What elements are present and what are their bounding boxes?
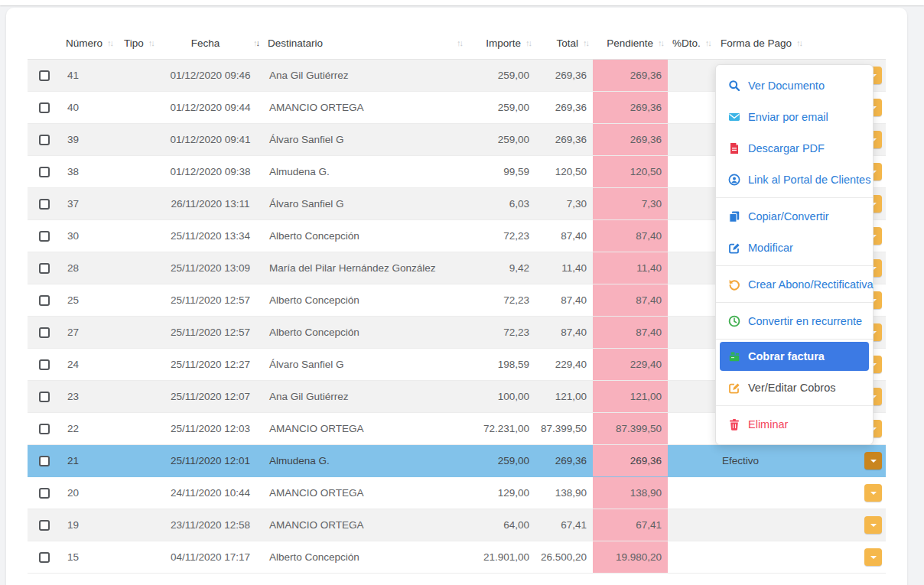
cell-destinatario: Alberto Concepción — [263, 220, 467, 252]
cell-total: 11,40 — [535, 252, 593, 284]
row-checkbox[interactable] — [39, 520, 50, 531]
menu-item-descargar-pdf[interactable]: Descargar PDF — [716, 132, 873, 164]
header-tipo[interactable]: Tipo↑↓ — [119, 28, 158, 59]
cell-tipo — [119, 92, 158, 123]
row-checkbox[interactable] — [39, 70, 50, 81]
column-label: %Dto. — [672, 37, 701, 49]
cell-select — [28, 317, 61, 348]
cell-pendiente: 87,40 — [593, 220, 668, 252]
menu-item-enviar-por-email[interactable]: Enviar por email — [716, 101, 873, 132]
row-checkbox[interactable] — [39, 231, 50, 242]
cell-dto — [668, 156, 716, 187]
cell-pendiente: 138,90 — [593, 477, 668, 509]
cell-destinatario: Álvaro Sanfiel G — [263, 188, 467, 219]
cell-pendiente: 67,41 — [593, 509, 668, 541]
row-actions-dropdown-button[interactable] — [864, 548, 882, 566]
sort-icon[interactable]: ↑↓ — [525, 39, 531, 47]
sort-icon[interactable]: ↑↓ — [253, 39, 259, 47]
cell-importe: 72.231,00 — [467, 413, 535, 444]
cell-select — [28, 381, 61, 412]
table-row[interactable]: 2125/11/2020 12:01Almudena G.259,00269,3… — [28, 445, 886, 477]
header-forma_pago[interactable]: Forma de Pago↑↓ — [716, 28, 855, 59]
sort-icon[interactable]: ↑↓ — [457, 39, 462, 47]
cell-fecha: 04/11/2020 17:17 — [158, 541, 263, 573]
cell-destinatario: Alberto Concepción — [263, 541, 467, 573]
menu-item-copiar-convertir[interactable]: Copiar/Convertir — [716, 200, 873, 232]
column-label: Importe — [486, 37, 521, 49]
table-header: Número↑↓Tipo↑↓Fecha↑↓Destinatario↑↓Impor… — [28, 28, 886, 60]
row-actions-dropdown-button[interactable] — [864, 452, 882, 470]
cell-fecha: 25/11/2020 12:57 — [158, 284, 263, 316]
cell-dto — [668, 317, 716, 348]
cell-actions — [855, 445, 886, 476]
cell-numero: 21 — [61, 445, 119, 476]
table-row[interactable]: 2024/11/2020 10:44AMANCIO ORTEGA129,0013… — [28, 477, 886, 509]
menu-item-modificar[interactable]: Modificar — [716, 232, 873, 263]
row-checkbox[interactable] — [39, 488, 50, 499]
row-checkbox[interactable] — [39, 199, 50, 210]
edit-icon — [727, 242, 740, 254]
cell-importe: 21.901,00 — [467, 541, 535, 573]
cell-pendiente: 19.980,20 — [593, 541, 668, 573]
table-row[interactable]: 1504/11/2020 17:17Alberto Concepción21.9… — [28, 541, 886, 574]
row-actions-dropdown-button[interactable] — [864, 484, 882, 502]
row-checkbox[interactable] — [39, 359, 50, 370]
header-pendiente[interactable]: Pendiente↑↓ — [593, 28, 668, 59]
sort-icon[interactable]: ↑↓ — [148, 39, 154, 47]
cell-importe: 259,00 — [467, 445, 535, 476]
cell-total: 67,41 — [535, 509, 593, 541]
sort-icon[interactable]: ↑↓ — [705, 39, 711, 47]
row-checkbox[interactable] — [39, 456, 50, 466]
header-total[interactable]: Total↑↓ — [535, 28, 593, 59]
row-checkbox[interactable] — [39, 424, 50, 434]
cell-tipo — [119, 156, 158, 187]
menu-item-ver-editar-cobros[interactable]: Ver/Editar Cobros — [716, 372, 873, 403]
cell-select — [28, 124, 61, 155]
row-checkbox[interactable] — [39, 327, 50, 338]
column-label: Tipo — [124, 37, 144, 49]
cell-importe: 99,59 — [467, 156, 535, 187]
menu-item-convertir-en-recurrente[interactable]: Convertir en recurrente — [716, 305, 873, 336]
table-row[interactable]: 1923/11/2020 12:58AMANCIO ORTEGA64,0067,… — [28, 509, 886, 541]
menu-item-link-portal-clientes[interactable]: Link al Portal de Clientes — [716, 164, 873, 195]
cell-destinatario: Álvaro Sanfiel G — [263, 124, 467, 155]
cell-importe: 9,42 — [467, 252, 535, 284]
header-importe[interactable]: Importe↑↓ — [467, 28, 535, 59]
cell-tipo — [119, 317, 158, 348]
cell-select — [28, 220, 61, 252]
header-select — [28, 28, 61, 59]
header-destinatario[interactable]: Destinatario↑↓ — [263, 28, 467, 59]
column-label: Pendiente — [607, 37, 653, 49]
header-dto[interactable]: %Dto.↑↓ — [668, 28, 716, 59]
cell-numero: 38 — [61, 156, 119, 187]
row-checkbox[interactable] — [39, 392, 50, 402]
cell-dto — [668, 381, 716, 412]
user-circle-icon — [727, 174, 740, 186]
row-checkbox[interactable] — [39, 167, 50, 177]
menu-item-ver-documento[interactable]: Ver Documento — [716, 70, 873, 101]
cell-dto — [668, 445, 716, 476]
row-checkbox[interactable] — [39, 102, 50, 113]
row-checkbox[interactable] — [39, 263, 50, 274]
cell-destinatario: Ana Gil Gutiérrez — [263, 381, 467, 412]
row-checkbox[interactable] — [39, 295, 50, 306]
cell-pendiente: 87.399,50 — [593, 413, 668, 444]
menu-item-cobrar-factura[interactable]: Cobrar factura — [720, 342, 869, 371]
sort-icon[interactable]: ↑↓ — [658, 39, 663, 47]
row-actions-dropdown-button[interactable] — [864, 516, 882, 534]
sort-icon[interactable]: ↑↓ — [107, 39, 112, 47]
menu-item-crear-abono-rectificativa[interactable]: Crear Abono/Rectificativa — [716, 268, 873, 300]
header-numero[interactable]: Número↑↓ — [61, 28, 119, 59]
menu-item-label: Eliminar — [748, 418, 788, 431]
cell-numero: 30 — [61, 220, 119, 252]
row-checkbox[interactable] — [39, 135, 50, 145]
sort-icon[interactable]: ↑↓ — [583, 39, 588, 47]
header-fecha[interactable]: Fecha↑↓ — [158, 28, 263, 59]
cell-fecha: 01/12/2020 09:46 — [158, 60, 263, 91]
cell-tipo — [119, 284, 158, 316]
row-checkbox[interactable] — [39, 552, 50, 563]
menu-item-eliminar[interactable]: Eliminar — [716, 408, 873, 440]
cell-fecha: 25/11/2020 12:07 — [158, 381, 263, 412]
cell-tipo — [119, 509, 158, 541]
sort-icon[interactable]: ↑↓ — [796, 39, 802, 47]
